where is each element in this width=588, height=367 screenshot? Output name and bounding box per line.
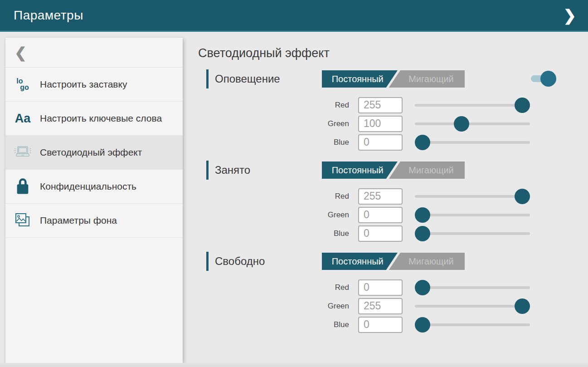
section-title: Оповещение xyxy=(215,73,280,85)
slider-track xyxy=(415,214,530,216)
slider-label: Red xyxy=(198,101,358,110)
sidebar-item-label: Настроить заставку xyxy=(40,78,127,90)
sidebar-item-label: Светодиодный эффект xyxy=(40,147,142,158)
slider-label: Blue xyxy=(198,320,358,329)
slider-label: Green xyxy=(198,302,358,311)
notification-toggle[interactable] xyxy=(531,71,556,87)
keywords-aa-icon: Aa xyxy=(13,108,33,128)
led-screen-icon xyxy=(13,142,33,162)
slider-thumb[interactable] xyxy=(515,98,530,113)
slider-label: Green xyxy=(198,210,358,220)
green-slider[interactable] xyxy=(415,207,530,223)
section-title: Свободно xyxy=(215,255,265,268)
section-accent-bar xyxy=(206,252,209,271)
slider-row-red: Red xyxy=(198,96,588,114)
sidebar-item-label: Конфиденциальность xyxy=(40,181,136,192)
slider-row-green: Green xyxy=(198,114,588,133)
slider-track xyxy=(415,323,530,326)
mode-segmented-control: Постоянный Мигающий xyxy=(322,161,465,179)
slider-row-green: Green xyxy=(198,297,588,315)
main-content: Светодиодный эффект Оповещение Постоянны… xyxy=(198,32,588,334)
red-slider[interactable] xyxy=(415,189,530,204)
red-slider[interactable] xyxy=(415,280,530,295)
slider-thumb[interactable] xyxy=(454,116,469,132)
green-value-input[interactable] xyxy=(358,298,403,314)
lock-icon xyxy=(13,176,33,196)
blue-value-input[interactable] xyxy=(358,317,403,333)
section-accent-bar xyxy=(206,161,209,180)
slider-row-blue: Blue xyxy=(198,315,588,334)
slider-thumb[interactable] xyxy=(415,280,430,295)
slider-row-red: Red xyxy=(198,278,588,297)
red-value-input[interactable] xyxy=(358,279,403,296)
slider-row-green: Green xyxy=(198,206,588,224)
slider-row-red: Red xyxy=(198,187,588,206)
slider-track xyxy=(415,104,530,107)
back-chevron-icon: ❮ xyxy=(15,44,27,61)
green-slider[interactable] xyxy=(415,116,530,132)
mode-segmented-control: Постоянный Мигающий xyxy=(322,70,465,88)
sidebar-item-led-effect[interactable]: Светодиодный эффект xyxy=(5,136,183,170)
sidebar: ❮ logo Настроить заставку Aa Настроить к… xyxy=(5,38,183,363)
sidebar-item-label: Настроить ключевые слова xyxy=(40,113,162,124)
slider-label: Red xyxy=(198,192,358,201)
slider-thumb[interactable] xyxy=(515,298,530,314)
bottom-edge xyxy=(0,363,588,367)
background-images-icon xyxy=(13,210,33,230)
sidebar-item-background[interactable]: Параметры фона xyxy=(5,204,183,238)
slider-track xyxy=(415,286,530,289)
red-slider[interactable] xyxy=(415,98,530,113)
sidebar-item-label: Параметры фона xyxy=(40,215,117,226)
blue-slider[interactable] xyxy=(415,226,530,241)
green-slider[interactable] xyxy=(415,298,530,314)
blue-value-input[interactable] xyxy=(358,134,403,151)
app-header: Параметры ❯ xyxy=(0,0,588,32)
section-title: Занято xyxy=(215,164,250,176)
slider-thumb[interactable] xyxy=(415,226,430,241)
section-free: Свободно Постоянный Мигающий Red Green xyxy=(198,251,588,334)
blue-slider[interactable] xyxy=(415,135,530,150)
slider-thumb[interactable] xyxy=(415,207,430,223)
slider-track xyxy=(415,141,530,144)
red-value-input[interactable] xyxy=(358,97,403,113)
sidebar-back-button[interactable]: ❮ xyxy=(5,38,183,68)
toggle-thumb xyxy=(540,71,556,87)
sidebar-item-splash-screen[interactable]: logo Настроить заставку xyxy=(5,68,183,102)
slider-thumb[interactable] xyxy=(515,189,530,204)
mode-segmented-control: Постоянный Мигающий xyxy=(322,253,465,270)
logo-icon: logo xyxy=(13,74,33,94)
page-title: Параметры xyxy=(14,8,83,23)
mode-option-blinking[interactable]: Мигающий xyxy=(398,253,465,270)
red-value-input[interactable] xyxy=(358,188,403,205)
slider-label: Blue xyxy=(198,229,358,238)
slider-label: Red xyxy=(198,283,358,292)
section-notification: Оповещение Постоянный Мигающий Red xyxy=(198,69,588,152)
blue-value-input[interactable] xyxy=(358,225,403,242)
sidebar-item-privacy[interactable]: Конфиденциальность xyxy=(5,170,183,204)
section-accent-bar xyxy=(206,69,209,88)
slider-thumb[interactable] xyxy=(415,135,430,150)
content-title: Светодиодный эффект xyxy=(198,46,588,60)
section-busy: Занято Постоянный Мигающий Red Green xyxy=(198,160,588,243)
slider-track xyxy=(415,305,530,308)
slider-track xyxy=(415,122,530,125)
green-value-input[interactable] xyxy=(358,207,403,223)
slider-label: Blue xyxy=(198,138,358,147)
blue-slider[interactable] xyxy=(415,317,530,333)
slider-row-blue: Blue xyxy=(198,133,588,152)
mode-option-blinking[interactable]: Мигающий xyxy=(398,161,465,179)
slider-track xyxy=(415,232,530,235)
slider-thumb[interactable] xyxy=(415,317,430,333)
sidebar-item-keywords[interactable]: Aa Настроить ключевые слова xyxy=(5,102,183,136)
slider-row-blue: Blue xyxy=(198,224,588,243)
green-value-input[interactable] xyxy=(358,116,403,132)
slider-label: Green xyxy=(198,119,358,128)
mode-option-blinking[interactable]: Мигающий xyxy=(398,70,465,88)
slider-track xyxy=(415,195,530,198)
forward-chevron-icon[interactable]: ❯ xyxy=(564,8,577,23)
